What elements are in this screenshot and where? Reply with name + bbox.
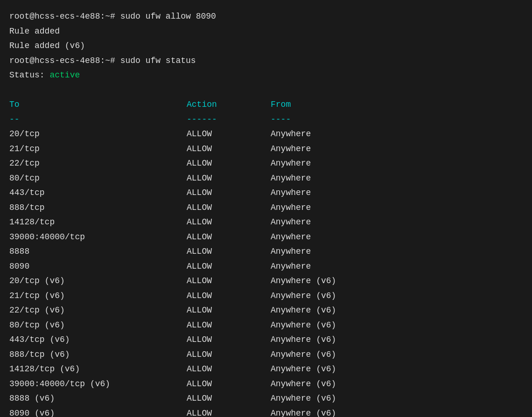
rule-action: ALLOW <box>187 377 271 392</box>
rule-row: 80/tcp (v6)ALLOWAnywhere (v6) <box>9 318 523 333</box>
rule-action: ALLOW <box>187 201 271 215</box>
prompt-line-1: root@hcss-ecs-4e88:~# sudo ufw allow 809… <box>9 9 523 24</box>
rule-to: 39000:40000/tcp (v6) <box>9 377 187 392</box>
terminal-window: root@hcss-ecs-4e88:~# sudo ufw allow 809… <box>9 9 523 408</box>
header-from: From <box>271 97 291 112</box>
rule-from: Anywhere (v6) <box>271 391 336 406</box>
rule-row: 39000:40000/tcp (v6)ALLOWAnywhere (v6) <box>9 377 523 392</box>
rule-action: ALLOW <box>187 186 271 201</box>
rule-from: Anywhere <box>271 156 311 171</box>
rule-row: 20/tcpALLOWAnywhere <box>9 127 523 142</box>
rule-action: ALLOW <box>187 156 271 171</box>
sep-to: -- <box>9 112 187 127</box>
rules-table: 20/tcpALLOWAnywhere21/tcpALLOWAnywhere22… <box>9 127 523 417</box>
header-row: ToActionFrom <box>9 97 523 112</box>
rule-from: Anywhere <box>271 171 311 186</box>
rule-row: 888/tcpALLOWAnywhere <box>9 201 523 215</box>
rule-row: 39000:40000/tcpALLOWAnywhere <box>9 230 523 245</box>
rule-to: 21/tcp <box>9 142 187 157</box>
rule-action: ALLOW <box>187 333 271 348</box>
rule-to: 8888 <box>9 244 187 259</box>
rule-added-2: Rule added (v6) <box>9 39 523 54</box>
rule-action: ALLOW <box>187 127 271 142</box>
rule-from: Anywhere <box>271 244 311 259</box>
sep-from: ---- <box>271 112 291 127</box>
rule-from: Anywhere (v6) <box>271 303 336 318</box>
rule-action: ALLOW <box>187 274 271 289</box>
rule-row: 22/tcp (v6)ALLOWAnywhere (v6) <box>9 303 523 318</box>
status-value: active <box>49 70 80 80</box>
rule-to: 21/tcp (v6) <box>9 289 187 304</box>
rule-row: 888/tcp (v6)ALLOWAnywhere (v6) <box>9 348 523 362</box>
rule-to: 20/tcp (v6) <box>9 274 187 289</box>
rule-action: ALLOW <box>187 362 271 377</box>
rule-to: 8090 (v6) <box>9 406 187 417</box>
separator-row: ------------ <box>9 112 523 127</box>
rule-to: 8090 <box>9 259 187 274</box>
rule-action: ALLOW <box>187 142 271 157</box>
rule-added-1: Rule added <box>9 24 523 39</box>
rule-from: Anywhere (v6) <box>271 274 336 289</box>
rule-row: 443/tcp (v6)ALLOWAnywhere (v6) <box>9 333 523 348</box>
rule-from: Anywhere <box>271 142 311 157</box>
rule-to: 888/tcp <box>9 201 187 215</box>
rule-from: Anywhere (v6) <box>271 377 336 392</box>
rule-row: 443/tcpALLOWAnywhere <box>9 186 523 201</box>
rule-to: 39000:40000/tcp <box>9 230 187 245</box>
rule-row: 21/tcpALLOWAnywhere <box>9 142 523 157</box>
rule-from: Anywhere (v6) <box>271 333 336 348</box>
rule-action: ALLOW <box>187 215 271 230</box>
rule-action: ALLOW <box>187 259 271 274</box>
rule-from: Anywhere <box>271 215 311 230</box>
rule-row: 8090ALLOWAnywhere <box>9 259 523 274</box>
rule-action: ALLOW <box>187 289 271 304</box>
rule-row: 80/tcpALLOWAnywhere <box>9 171 523 186</box>
rule-to: 443/tcp (v6) <box>9 333 187 348</box>
rule-row: 14128/tcpALLOWAnywhere <box>9 215 523 230</box>
rule-action: ALLOW <box>187 303 271 318</box>
rule-to: 14128/tcp <box>9 215 187 230</box>
rule-from: Anywhere (v6) <box>271 289 336 304</box>
rule-action: ALLOW <box>187 318 271 333</box>
rule-row: 8888ALLOWAnywhere <box>9 244 523 259</box>
rule-row: 8090 (v6)ALLOWAnywhere (v6) <box>9 406 523 417</box>
rule-from: Anywhere <box>271 186 311 201</box>
header-action: Action <box>187 97 271 112</box>
status-line: Status: active <box>9 68 523 83</box>
rule-from: Anywhere <box>271 127 311 142</box>
rule-to: 22/tcp <box>9 156 187 171</box>
rule-action: ALLOW <box>187 230 271 245</box>
blank-line <box>9 83 523 98</box>
rule-from: Anywhere <box>271 201 311 215</box>
rule-to: 443/tcp <box>9 186 187 201</box>
rule-to: 888/tcp (v6) <box>9 348 187 362</box>
rule-to: 80/tcp <box>9 171 187 186</box>
rule-from: Anywhere <box>271 259 311 274</box>
status-label: Status: <box>9 70 49 80</box>
sep-action: ------ <box>187 112 271 127</box>
rule-row: 14128/tcp (v6)ALLOWAnywhere (v6) <box>9 362 523 377</box>
rule-to: 80/tcp (v6) <box>9 318 187 333</box>
rule-row: 22/tcpALLOWAnywhere <box>9 156 523 171</box>
rule-row: 20/tcp (v6)ALLOWAnywhere (v6) <box>9 274 523 289</box>
rule-to: 8888 (v6) <box>9 391 187 406</box>
prompt-line-2: root@hcss-ecs-4e88:~# sudo ufw status <box>9 54 523 69</box>
rule-to: 20/tcp <box>9 127 187 142</box>
rule-row: 21/tcp (v6)ALLOWAnywhere (v6) <box>9 289 523 304</box>
rule-from: Anywhere (v6) <box>271 348 336 362</box>
rule-from: Anywhere <box>271 230 311 245</box>
rule-action: ALLOW <box>187 244 271 259</box>
rule-action: ALLOW <box>187 406 271 417</box>
rule-from: Anywhere (v6) <box>271 318 336 333</box>
rule-to: 22/tcp (v6) <box>9 303 187 318</box>
rule-action: ALLOW <box>187 391 271 406</box>
header-to: To <box>9 97 187 112</box>
rule-from: Anywhere (v6) <box>271 362 336 377</box>
rule-action: ALLOW <box>187 348 271 362</box>
rule-action: ALLOW <box>187 171 271 186</box>
rule-row: 8888 (v6)ALLOWAnywhere (v6) <box>9 391 523 406</box>
rule-to: 14128/tcp (v6) <box>9 362 187 377</box>
rule-from: Anywhere (v6) <box>271 406 336 417</box>
